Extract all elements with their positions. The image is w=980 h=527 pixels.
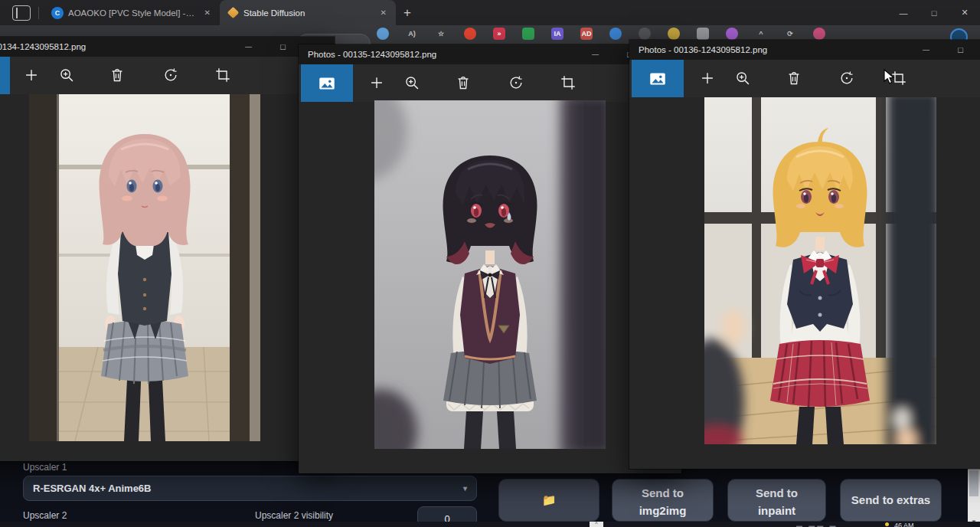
copilot-icon[interactable] [377,28,389,40]
extension-green-icon[interactable] [522,28,534,40]
browser-tab-stable-diffusion[interactable]: Stable Diffusion ✕ [220,0,396,25]
rotate-icon [838,70,855,87]
zoom-button[interactable] [56,64,77,86]
chevron-down-icon: ▾ [463,484,467,493]
delete-button[interactable] [783,67,805,89]
photo-image-00135[interactable] [374,100,606,449]
send-to-extras-button[interactable]: Send to extras [840,479,942,522]
minimize-button[interactable]: — [909,40,943,60]
send-to-inpaint-button[interactable]: Send to inpaint [727,479,826,522]
maximize-button[interactable]: □ [943,40,978,60]
minimize-button[interactable]: — [231,37,266,57]
tab-actions-icon[interactable] [12,5,31,21]
rotate-button[interactable] [505,72,527,93]
extension-blue-icon[interactable] [609,28,622,40]
button-label: img2img [612,502,713,519]
trash-icon [109,67,126,83]
upscaler1-dropdown[interactable]: R-ESRGAN 4x+ Anime6B ▾ [23,476,477,501]
extension-ia-icon[interactable]: IA [551,28,564,40]
tab-title: AOAOKO [PVC Style Model] - PV [68,8,197,18]
button-label: Send to extras [851,493,930,506]
tab-title: Stable Diffusion [243,8,373,18]
crop-button[interactable] [557,72,579,93]
taskbar-clock[interactable]: 46 AM [894,522,914,527]
extension-ad-icon[interactable]: AD [580,28,593,40]
window-titlebar[interactable]: Photos - 00136-1243095812.png — □ ✕ [629,40,980,60]
crop-icon [214,67,231,83]
photos-toolbar [629,60,980,97]
browser-tab-civitai[interactable]: C AOAOKO [PVC Style Model] - PV ✕ [44,0,220,25]
photos-window-00135[interactable]: Photos - 00135-1243095812.png — □ ✕ [299,44,681,473]
photos-toolbar [299,64,681,102]
sync-icon[interactable]: ⟳ [784,28,796,40]
browser-actions-row: A)☆»IAAD^⟳ [377,28,825,40]
image-view-button[interactable] [301,64,353,102]
plus-icon [23,67,40,83]
tab-close-icon[interactable]: ✕ [377,7,390,18]
image-view-button[interactable] [632,60,684,97]
upscaler1-label: Upscaler 1 [23,462,67,473]
button-label: Send to [728,484,825,502]
zoom-in-icon [58,67,75,83]
favorites-icon[interactable]: ☆ [435,28,447,40]
add-button[interactable] [697,67,718,89]
minimize-button[interactable]: — [888,0,919,25]
image-view-button[interactable] [0,57,10,94]
extension-orange-ring-icon[interactable] [464,28,476,40]
tray-expand-button[interactable]: ^ [590,522,603,527]
extension-purple-icon[interactable] [726,28,738,40]
extension-multicolor-icon[interactable] [813,28,825,40]
add-button[interactable] [21,64,42,86]
extension-dark-icon[interactable] [639,28,651,40]
delete-button[interactable] [452,72,474,93]
read-aloud-icon[interactable]: A) [406,28,418,40]
maximize-button[interactable]: □ [266,37,300,57]
zoom-button[interactable] [732,67,753,89]
crop-icon [560,74,577,91]
screen: C AOAOKO [PVC Style Model] - PV ✕ Stable… [0,0,980,527]
tray-caret-icon[interactable]: ^ [755,28,767,40]
rotate-button[interactable] [160,64,181,86]
browser-window-controls: — □ ✕ [888,0,980,25]
minimize-button[interactable]: — [578,44,612,64]
tab-close-icon[interactable]: ✕ [201,7,214,18]
delete-button[interactable] [106,64,128,86]
extension-gray-icon[interactable] [697,28,709,40]
browser-tab-bar: C AOAOKO [PVC Style Model] - PV ✕ Stable… [0,0,980,25]
photo-image-00136[interactable] [704,97,936,444]
trash-icon [455,74,472,91]
button-label: Send to [612,484,713,502]
page-scrollbar[interactable]: ▼ [968,469,980,527]
image-icon [317,74,337,93]
stable-diffusion-favicon [227,7,240,19]
tab-divider [38,7,39,19]
zoom-in-icon [734,70,751,87]
photos-window-00134[interactable]: Photos - 00134-1243095812.png — □ ✕ [0,37,335,461]
zoom-button[interactable] [401,72,423,93]
upscaler2-visibility-label: Upscaler 2 visibility [255,510,333,521]
new-tab-button[interactable]: + [396,5,419,21]
photos-toolbar [0,57,335,94]
close-button[interactable]: ✕ [949,0,980,25]
open-output-folder-button[interactable]: 📁 [498,479,599,522]
civitai-favicon: C [51,7,64,19]
window-titlebar[interactable]: Photos - 00134-1243095812.png — □ ✕ [0,37,335,57]
taskbar[interactable]: ^ ▬ ▬▬ ▬ 46 AM [0,522,980,527]
rotate-button[interactable] [836,67,858,89]
photo-image-00134[interactable] [29,94,260,441]
crop-button[interactable] [212,64,234,86]
upscaler2-label: Upscaler 2 [23,510,67,521]
restore-button[interactable]: □ [919,0,949,25]
rotate-icon [162,67,179,83]
window-titlebar[interactable]: Photos - 00135-1243095812.png — □ ✕ [299,44,681,64]
extension-yellow-icon[interactable] [668,28,680,40]
rotate-icon [508,74,524,91]
extension-fastforward-icon[interactable]: » [493,28,505,40]
taskbar-icons-peek: ▬ ▬▬ ▬ [796,522,838,527]
scrollbar-thumb[interactable] [969,470,978,496]
mouse-cursor [884,69,897,86]
zoom-in-icon [403,74,420,91]
send-to-img2img-button[interactable]: Send to img2img [612,479,714,522]
add-button[interactable] [366,72,387,93]
photos-window-00136[interactable]: Photos - 00136-1243095812.png — □ ✕ [629,40,980,469]
